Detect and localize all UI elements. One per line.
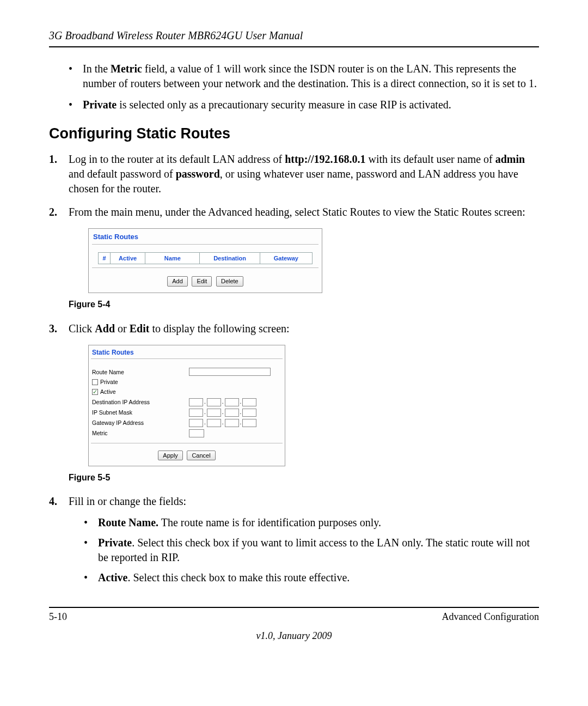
row-route-name: Route Name bbox=[89, 367, 285, 377]
text: Click bbox=[69, 322, 95, 334]
label-private: Private bbox=[100, 378, 118, 386]
sub-private: Private. Select this check box if you wa… bbox=[84, 535, 539, 565]
step-4: Fill in or change the fields: Route Name… bbox=[49, 494, 539, 585]
text: The route name is for identification pur… bbox=[158, 516, 381, 528]
figure-5-4-panel: Static Routes # Active Name Destination … bbox=[88, 228, 322, 293]
step-1: Log in to the router at its default LAN … bbox=[49, 152, 539, 196]
section-heading: Configuring Static Routes bbox=[49, 125, 539, 142]
figure-caption: Figure 5-4 bbox=[69, 299, 539, 311]
page-number: 5-10 bbox=[49, 611, 67, 623]
panel-title: Static Routes bbox=[89, 229, 322, 244]
label-metric: Metric bbox=[92, 429, 189, 437]
row-subnet: IP Subnet Mask . . . bbox=[89, 407, 285, 418]
subnet-oct3[interactable] bbox=[225, 409, 239, 417]
static-routes-table: # Active Name Destination Gateway bbox=[98, 252, 313, 265]
add-button[interactable]: Add bbox=[167, 276, 188, 287]
url-text: http://192.168.0.1 bbox=[285, 153, 365, 165]
gateway-oct4[interactable] bbox=[242, 419, 256, 427]
text: with its default user name of bbox=[365, 153, 495, 165]
dest-ip-oct2[interactable] bbox=[207, 398, 221, 406]
label-gateway: Gateway IP Address bbox=[92, 419, 189, 427]
metric-input[interactable] bbox=[189, 429, 204, 437]
text: or bbox=[115, 322, 130, 334]
dest-ip-oct3[interactable] bbox=[225, 398, 239, 406]
bullet-private: Private is selected only as a precaution… bbox=[69, 98, 539, 112]
text-bold: admin bbox=[495, 153, 525, 165]
row-private: Private bbox=[89, 377, 285, 387]
text: . Select this check box to make this rou… bbox=[127, 571, 350, 583]
button-row: Add Edit Delete bbox=[92, 267, 318, 293]
col-active: Active bbox=[111, 252, 145, 264]
text-bold: Private bbox=[98, 537, 132, 549]
gateway-oct3[interactable] bbox=[225, 419, 239, 427]
text-bold: Edit bbox=[130, 322, 150, 334]
text-bold: Private bbox=[83, 99, 117, 111]
figure-caption: Figure 5-5 bbox=[69, 472, 539, 484]
col-num: # bbox=[99, 252, 111, 264]
step-3: Click Add or Edit to display the followi… bbox=[49, 321, 539, 483]
gateway-oct2[interactable] bbox=[207, 419, 221, 427]
button-row: Apply Cancel bbox=[91, 443, 283, 466]
text: In the bbox=[83, 63, 111, 75]
col-destination: Destination bbox=[200, 252, 260, 264]
sub-active: Active. Select this check box to make th… bbox=[84, 570, 539, 585]
text: is selected only as a precautionary secu… bbox=[117, 99, 451, 111]
text: field, a value of 1 will work since the … bbox=[83, 63, 537, 89]
text: Fill in or change the fields: bbox=[69, 495, 186, 507]
text: and default password of bbox=[69, 168, 176, 180]
footer-version: v1.0, January 2009 bbox=[49, 630, 539, 642]
subnet-oct4[interactable] bbox=[242, 409, 256, 417]
cancel-button[interactable]: Cancel bbox=[187, 451, 215, 461]
gateway-oct1[interactable] bbox=[189, 419, 203, 427]
row-active: Active bbox=[89, 387, 285, 397]
text-bold: Metric bbox=[111, 63, 142, 75]
text-bold: Active bbox=[98, 571, 127, 583]
intro-bullet-list: In the Metric field, a value of 1 will w… bbox=[49, 62, 539, 112]
step-2: From the main menu, under the Advanced h… bbox=[49, 205, 539, 311]
label-subnet: IP Subnet Mask bbox=[92, 409, 189, 416]
text: to display the following screen: bbox=[149, 322, 289, 334]
dest-ip-oct4[interactable] bbox=[242, 398, 256, 406]
subnet-oct2[interactable] bbox=[207, 409, 221, 417]
row-dest-ip: Destination IP Address . . . bbox=[89, 397, 285, 407]
dest-ip-oct1[interactable] bbox=[189, 398, 203, 406]
text-bold: Add bbox=[95, 322, 115, 334]
panel-title: Static Routes bbox=[89, 345, 285, 358]
text: . Select this check box if you want to l… bbox=[98, 537, 530, 563]
route-name-input[interactable] bbox=[189, 368, 271, 376]
active-checkbox[interactable] bbox=[92, 389, 98, 395]
edit-button[interactable]: Edit bbox=[192, 276, 212, 287]
page-header: 3G Broadband Wireless Router MBR624GU Us… bbox=[49, 29, 539, 47]
sub-route-name: Route Name. The route name is for identi… bbox=[84, 515, 539, 530]
text-bold: password bbox=[176, 168, 220, 180]
row-gateway: Gateway IP Address . . . bbox=[89, 418, 285, 428]
label-dest-ip: Destination IP Address bbox=[92, 398, 189, 406]
figure-5-5-panel: Static Routes Route Name Private Active bbox=[88, 345, 285, 466]
private-checkbox[interactable] bbox=[92, 379, 98, 385]
row-metric: Metric bbox=[89, 428, 285, 439]
page-footer: 5-10 Advanced Configuration bbox=[49, 607, 539, 623]
footer-section: Advanced Configuration bbox=[442, 611, 539, 623]
subnet-oct1[interactable] bbox=[189, 409, 203, 417]
text: Log in to the router at its default LAN … bbox=[69, 153, 285, 165]
sub-bullet-list: Route Name. The route name is for identi… bbox=[69, 515, 539, 585]
bullet-metric: In the Metric field, a value of 1 will w… bbox=[69, 62, 539, 91]
apply-button[interactable]: Apply bbox=[158, 451, 183, 461]
label-route-name: Route Name bbox=[92, 368, 189, 376]
delete-button[interactable]: Delete bbox=[216, 276, 243, 287]
text-bold: Route Name. bbox=[98, 516, 158, 528]
col-name: Name bbox=[145, 252, 200, 264]
text: From the main menu, under the Advanced h… bbox=[69, 206, 525, 218]
col-gateway: Gateway bbox=[260, 252, 312, 264]
label-active: Active bbox=[100, 388, 116, 395]
steps-list: Log in to the router at its default LAN … bbox=[49, 152, 539, 585]
